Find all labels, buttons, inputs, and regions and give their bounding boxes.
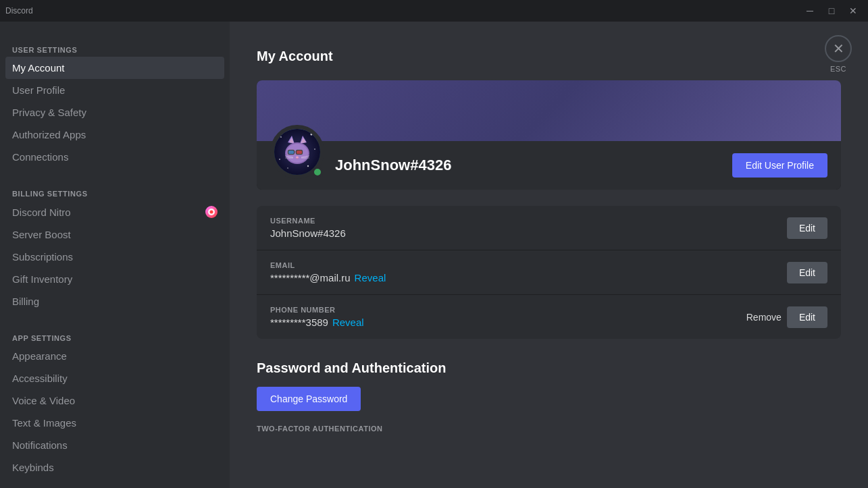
maximize-button[interactable]: □ (822, 3, 841, 18)
sidebar-item-label-user-profile: User Profile (12, 84, 65, 96)
field-actions-phone: RemoveEdit (746, 306, 827, 328)
field-left-email: EMAIL**********@mail.ruReveal (270, 261, 386, 283)
sidebar-item-label-discord-nitro: Discord Nitro (12, 207, 71, 218)
change-password-button[interactable]: Change Password (257, 387, 361, 411)
sidebar-item-label-connections: Connections (12, 151, 68, 163)
svg-point-6 (279, 159, 280, 160)
sidebar-item-label-authorized-apps: Authorized Apps (12, 129, 86, 140)
profile-card: JohnSnow#4326 Edit User Profile (257, 80, 841, 190)
field-label-phone: PHONE NUMBER (270, 306, 364, 314)
sidebar-item-label-my-account: My Account (12, 62, 65, 74)
page-title: My Account (257, 49, 841, 64)
field-row-email: EMAIL**********@mail.ruRevealEdit (257, 250, 841, 295)
profile-banner (257, 80, 841, 141)
field-label-email: EMAIL (270, 261, 386, 269)
account-fields-card: USERNAMEJohnSnow#4326EditEMAIL**********… (257, 206, 841, 339)
svg-point-3 (280, 136, 282, 138)
field-left-phone: PHONE NUMBER*********3589Reveal (270, 306, 364, 328)
titlebar-title: Discord (5, 6, 33, 16)
svg-point-8 (307, 165, 309, 167)
sidebar-item-accessibility[interactable]: Accessibility (5, 367, 224, 389)
field-row-username: USERNAMEJohnSnow#4326Edit (257, 206, 841, 250)
two-factor-label: TWO-FACTOR AUTHENTICATION (257, 425, 841, 433)
field-left-username: USERNAMEJohnSnow#4326 (270, 217, 346, 239)
sidebar-item-label-voice-video: Voice & Video (12, 395, 75, 406)
close-settings-button[interactable]: ✕ (825, 35, 852, 62)
sidebar-item-keybinds[interactable]: Keybinds (5, 456, 224, 479)
online-indicator (312, 167, 323, 178)
sidebar-item-text-images[interactable]: Text & Images (5, 412, 224, 434)
sidebar-item-subscriptions[interactable]: Subscriptions (5, 246, 224, 268)
sidebar-item-connections[interactable]: Connections (5, 146, 224, 168)
svg-rect-19 (297, 151, 302, 154)
profile-username: JohnSnow#4326 (335, 157, 721, 174)
reveal-link-phone[interactable]: Reveal (332, 317, 364, 328)
sidebar-item-label-notifications: Notifications (12, 439, 68, 451)
svg-rect-18 (288, 151, 294, 154)
svg-point-7 (287, 167, 288, 169)
sidebar-item-server-boost[interactable]: Server Boost (5, 223, 224, 246)
sidebar-item-label-billing: Billing (12, 296, 39, 307)
field-actions-username: Edit (787, 217, 827, 239)
sidebar-item-notifications[interactable]: Notifications (5, 434, 224, 456)
field-value-text-phone: *********3589 (270, 317, 328, 328)
field-row-phone: PHONE NUMBER*********3589RevealRemoveEdi… (257, 295, 841, 339)
titlebar-controls: ─ □ ✕ (800, 3, 863, 18)
sidebar-item-label-accessibility: Accessibility (12, 373, 68, 384)
sidebar-item-appearance[interactable]: Appearance (5, 345, 224, 367)
sidebar-item-label-gift-inventory: Gift Inventory (12, 273, 72, 285)
edit-profile-button[interactable]: Edit User Profile (732, 153, 827, 178)
sidebar-item-gift-inventory[interactable]: Gift Inventory (5, 268, 224, 290)
remove-button-phone[interactable]: Remove (746, 312, 782, 323)
field-value-text-email: **********@mail.ru (270, 272, 351, 283)
sidebar-item-label-server-boost: Server Boost (12, 229, 71, 240)
minimize-button[interactable]: ─ (800, 3, 819, 18)
svg-point-20 (296, 157, 299, 159)
field-value-username: JohnSnow#4326 (270, 227, 346, 239)
sidebar-item-voice-video[interactable]: Voice & Video (5, 389, 224, 412)
sidebar-item-privacy-safety[interactable]: Privacy & Safety (5, 101, 224, 124)
sidebar: USER SETTINGSMy AccountUser ProfilePriva… (0, 22, 230, 488)
close-btn-area: ✕ ESC (825, 35, 852, 73)
sidebar-item-discord-nitro[interactable]: Discord Nitro (5, 200, 224, 223)
sidebar-item-label-text-images: Text & Images (12, 417, 76, 429)
reveal-link-email[interactable]: Reveal (355, 272, 386, 283)
edit-button-email[interactable]: Edit (787, 262, 827, 283)
sidebar-item-authorized-apps[interactable]: Authorized Apps (5, 124, 224, 146)
sidebar-item-billing[interactable]: Billing (5, 290, 224, 313)
esc-label: ESC (830, 65, 846, 73)
field-value-email: **********@mail.ruReveal (270, 272, 386, 283)
sidebar-section-0: USER SETTINGS (5, 40, 224, 57)
svg-point-4 (311, 134, 313, 136)
password-section-title: Password and Authentication (257, 360, 841, 376)
edit-button-phone[interactable]: Edit (787, 306, 827, 328)
titlebar: Discord ─ □ ✕ (0, 0, 868, 22)
main-layout: USER SETTINGSMy AccountUser ProfilePriva… (0, 22, 868, 488)
sidebar-item-label-subscriptions: Subscriptions (12, 251, 73, 263)
svg-point-5 (314, 148, 315, 150)
field-value-text-username: JohnSnow#4326 (270, 227, 346, 239)
profile-info: JohnSnow#4326 Edit User Profile (257, 141, 841, 190)
sidebar-section-2: APP SETTINGS (5, 329, 224, 345)
sidebar-item-my-account[interactable]: My Account (5, 57, 224, 79)
sidebar-item-user-profile[interactable]: User Profile (5, 79, 224, 101)
field-label-username: USERNAME (270, 217, 346, 225)
close-window-button[interactable]: ✕ (844, 3, 863, 18)
nitro-icon (205, 206, 218, 218)
sidebar-item-label-keybinds: Keybinds (12, 462, 54, 473)
sidebar-section-1: BILLING SETTINGS (5, 184, 224, 200)
avatar-wrap (270, 125, 324, 179)
sidebar-item-label-appearance: Appearance (12, 350, 67, 362)
field-value-phone: *********3589Reveal (270, 317, 364, 328)
svg-point-1 (210, 211, 213, 214)
edit-button-username[interactable]: Edit (787, 217, 827, 239)
field-actions-email: Edit (787, 262, 827, 283)
sidebar-item-label-privacy-safety: Privacy & Safety (12, 107, 86, 118)
content-area: ✕ ESC My Account (230, 22, 868, 488)
